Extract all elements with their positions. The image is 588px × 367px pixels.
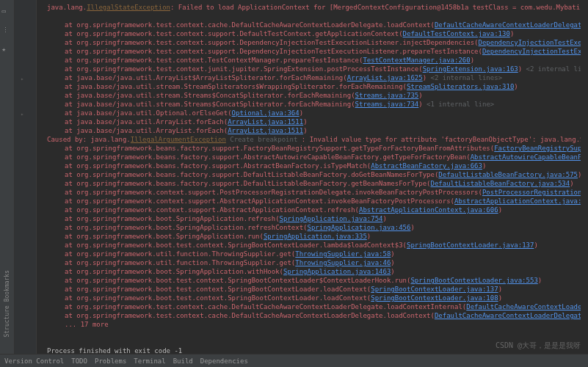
source-link[interactable]: AbstractApplicationContext.java:606 (359, 206, 498, 214)
stack-frame: at org.springframework.boot.SpringApplic… (65, 215, 280, 222)
stack-frame: at java.base/java.util.ArrayList.forEach… (65, 118, 228, 126)
stack-frame: at org.springframework.test.context.supp… (65, 39, 479, 46)
bookmarks-icon[interactable]: ★ (2, 46, 12, 56)
exception-message: : Failed to load ApplicationContext for … (170, 4, 581, 11)
source-link[interactable]: SpringBootContextLoader.java:137 (371, 286, 498, 293)
source-link[interactable]: DefaultListableBeanFactory.java:534 (431, 180, 570, 187)
source-link[interactable]: DefaultTestContext.java:130 (403, 30, 510, 37)
exception-link[interactable]: IllegalStateException (87, 4, 170, 11)
source-link[interactable]: ThrowingSupplier.java:58 (295, 250, 391, 258)
structure-icon[interactable]: ⋮ (2, 26, 12, 37)
stack-frame: at org.springframework.boot.SpringApplic… (65, 233, 264, 240)
collapsed-frames[interactable]: <2 internal lines> (526, 65, 581, 73)
more-frames: ... 17 more (65, 321, 109, 328)
stack-frame: at java.base/java.util.ArrayList$ArrayLi… (65, 74, 347, 81)
status-bar: Version Control TODO Problems Terminal B… (0, 354, 588, 367)
fold-icon[interactable]: ▸ (21, 111, 29, 120)
source-link[interactable]: SpringExtension.java:163 (423, 65, 518, 73)
source-link[interactable]: ArrayList.java:1511 (228, 118, 303, 126)
status-problems[interactable]: Problems (95, 357, 126, 365)
source-link[interactable]: AbstractBeanFactory.java:663 (371, 162, 482, 170)
stack-frame: at org.springframework.util.function.Thr… (65, 259, 295, 266)
source-link[interactable]: ThrowingSupplier.java:46 (295, 259, 391, 266)
source-link[interactable]: DependencyInjectionTestExecutionListener… (479, 39, 581, 46)
stack-frame: at org.springframework.test.context.supp… (65, 30, 403, 37)
stack-frame: at org.springframework.test.context.cach… (65, 21, 435, 29)
status-deps[interactable]: Dependencies (200, 357, 248, 365)
stack-frame: at java.base/java.util.stream.Streams$Co… (65, 92, 355, 99)
create-breakpoint[interactable]: Create breakpoint (226, 136, 302, 143)
console-gutter: ▸ ▸ (15, 0, 37, 354)
source-link[interactable]: TestContextManager.java:260 (363, 57, 470, 64)
source-link[interactable]: PostProcessorRegistrationDelegate.java:1… (482, 189, 581, 196)
stack-frame: at org.springframework.beans.factory.sup… (65, 162, 371, 170)
source-link[interactable]: FactoryBeanRegistrySupport.java:86 (494, 145, 581, 152)
source-link[interactable]: ArrayList.java:1511 (228, 127, 303, 134)
sidebar-vertical-label[interactable]: Structure Bookmarks (4, 270, 10, 338)
stack-frame: at org.springframework.boot.test.context… (65, 286, 371, 293)
source-link[interactable]: Streams.java:734 (355, 101, 419, 108)
stack-frame: at org.springframework.test.context.supp… (65, 48, 482, 55)
source-link[interactable]: StreamSpliterators.java:310 (407, 83, 514, 90)
source-link[interactable]: DefaultListableBeanFactory.java:575 (438, 171, 578, 178)
source-link[interactable]: AbstractAutowireCapableBeanFactory.java:… (471, 153, 581, 161)
stack-frame: at org.springframework.boot.test.context… (65, 241, 407, 249)
source-link[interactable]: SpringBootContextLoader.java:108 (371, 294, 498, 302)
source-link[interactable]: SpringApplication.java:754 (280, 215, 383, 222)
collapsed-frames[interactable]: <1 internal line> (427, 101, 494, 108)
status-build[interactable]: Build (173, 357, 193, 365)
source-link[interactable]: ArrayList.java:1625 (347, 74, 423, 81)
source-link[interactable]: SpringBootContextLoader.java:553 (410, 277, 537, 284)
stack-frame: at java.base/java.util.stream.Streams$Co… (65, 101, 355, 108)
source-link[interactable]: SpringApplication.java:335 (264, 233, 367, 240)
exception-link[interactable]: IllegalArgumentException (131, 136, 226, 143)
run-console: ▸ ▸ java.lang.IllegalStateException: Fai… (15, 0, 588, 354)
source-link[interactable]: SpringApplication.java:1463 (283, 268, 391, 275)
stack-frame: at org.springframework.context.support.P… (65, 189, 482, 196)
stack-frame: at org.springframework.boot.SpringApplic… (65, 224, 308, 231)
source-link[interactable]: SpringBootContextLoader.java:137 (407, 241, 534, 249)
stack-frame: at java.base/java.util.Optional.orElseGe… (65, 109, 232, 117)
status-vcs[interactable]: Version Control (4, 357, 64, 365)
stack-frame: at org.springframework.context.support.A… (65, 206, 359, 214)
source-link[interactable]: Streams.java:735 (355, 92, 419, 99)
watermark: CSDN @大哥，是是是我呀 (496, 341, 581, 351)
status-todo[interactable]: TODO (71, 357, 87, 365)
source-link[interactable]: SpringApplication.java:456 (308, 224, 411, 231)
console-output[interactable]: java.lang.IllegalStateException: Failed … (37, 0, 581, 354)
project-icon[interactable]: ▭ (2, 7, 12, 18)
source-link[interactable]: DefaultCacheAwareContextLoaderDelegate.j… (435, 21, 581, 29)
stack-frame: at org.springframework.util.function.Thr… (65, 250, 295, 258)
status-terminal[interactable]: Terminal (134, 357, 165, 365)
stack-frame: at org.springframework.beans.factory.sup… (65, 171, 438, 178)
stack-frame: at org.springframework.test.context.cach… (65, 312, 435, 319)
stack-frame: at org.springframework.boot.test.context… (65, 294, 371, 302)
stack-frame: at java.base/java.util.stream.StreamSpli… (65, 83, 407, 90)
caused-by-message: : Invalid value type for attribute 'fact… (302, 136, 581, 143)
stack-frame: at org.springframework.beans.factory.sup… (65, 180, 431, 187)
tool-window-bar: ▭ ⋮ ★ Structure Bookmarks (0, 0, 15, 367)
collapsed-frames[interactable]: <2 internal lines> (431, 74, 503, 81)
source-link[interactable]: DefaultCacheAwareContextLoaderDelegate.j… (466, 303, 581, 310)
stack-frame: at org.springframework.test.context.Test… (65, 57, 363, 64)
source-link[interactable]: DefaultCacheAwareContextLoaderDelegate.j… (435, 312, 581, 319)
stack-frame: at org.springframework.test.context.cach… (65, 303, 466, 310)
source-link[interactable]: Optional.java:364 (232, 109, 300, 117)
stack-frame: at org.springframework.boot.SpringApplic… (65, 268, 283, 275)
fold-icon[interactable]: ▸ (21, 76, 29, 84)
source-link[interactable]: AbstractApplicationContext.java:788 (454, 197, 581, 205)
stack-frame: at org.springframework.context.support.A… (65, 197, 454, 205)
source-link[interactable]: DependencyInjectionTestExecutionListener… (482, 48, 581, 55)
stack-frame: at org.springframework.beans.factory.sup… (65, 145, 494, 152)
caused-by-label: Caused by: java.lang. (47, 136, 131, 143)
stack-frame: at org.springframework.test.context.juni… (65, 65, 423, 73)
stack-frame: at java.base/java.util.ArrayList.forEach… (65, 127, 228, 134)
exception-class: java.lang. (47, 4, 87, 11)
stack-frame: at org.springframework.beans.factory.sup… (65, 153, 471, 161)
stack-frame: at org.springframework.boot.test.context… (65, 277, 410, 284)
exit-code: Process finished with exit code -1 (47, 347, 182, 354)
